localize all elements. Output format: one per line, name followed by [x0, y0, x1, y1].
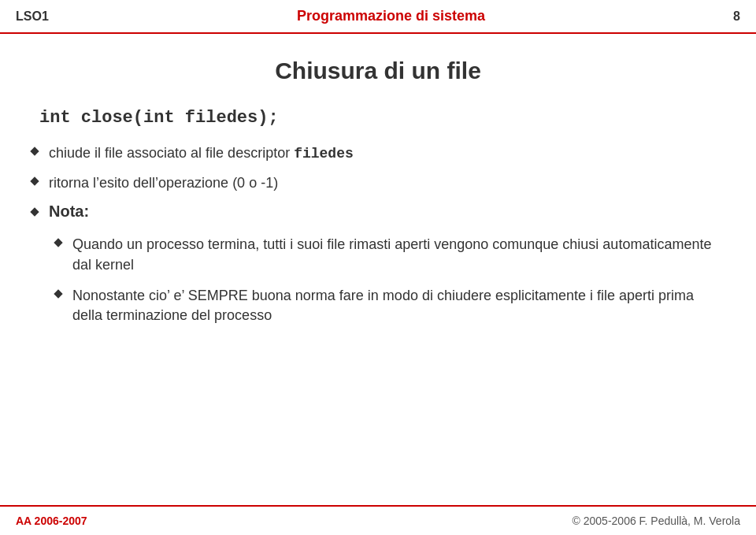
header: LSO1 Programmazione di sistema 8 — [0, 0, 756, 34]
nota-sub-diamond-icon — [54, 289, 62, 298]
code-signature: int close(int filedes); — [39, 108, 724, 128]
bullet-text-1: chiude il file associato al file descrip… — [49, 143, 724, 164]
list-item: Quando un processo termina, tutti i suoi… — [55, 235, 724, 274]
nota-bullet-text-1: Quando un processo termina, tutti i suoi… — [72, 235, 724, 274]
slide-number: 8 — [733, 9, 740, 24]
nota-section: Nota: Quando un processo termina, tutti … — [32, 202, 724, 325]
list-item: Nonostante cio’ e’ SEMPRE buona norma fa… — [55, 286, 724, 325]
header-title: Programmazione di sistema — [49, 8, 733, 24]
list-item: ritorna l’esito dell’operazione (0 o -1) — [32, 173, 724, 193]
footer-year: AA 2006-2007 — [16, 515, 87, 527]
nota-sub-diamond-icon — [54, 239, 62, 247]
nota-bullet-text-2: Nonostante cio’ e’ SEMPRE buona norma fa… — [72, 286, 724, 325]
header-course-id: LSO1 — [16, 9, 49, 24]
bullet-text-before-1: chiude il file associato al file descrip… — [49, 145, 294, 161]
nota-bullet-diamond-icon — [30, 208, 39, 217]
slide: LSO1 Programmazione di sistema 8 Chiusur… — [0, 0, 756, 535]
slide-content: Chiusura di un file int close(int filede… — [0, 34, 756, 352]
footer-copyright: © 2005-2006 F. Pedullà, M. Verola — [573, 515, 740, 527]
main-bullet-list: chiude il file associato al file descrip… — [32, 143, 724, 193]
inline-code-filedes: filedes — [294, 146, 354, 162]
footer: AA 2006-2007 © 2005-2006 F. Pedullà, M. … — [0, 505, 756, 535]
bullet-diamond-icon — [30, 177, 39, 186]
bullet-diamond-icon — [30, 147, 39, 155]
list-item: chiude il file associato al file descrip… — [32, 143, 724, 164]
bullet-text-2: ritorna l’esito dell’operazione (0 o -1) — [49, 173, 724, 193]
nota-label: Nota: — [49, 202, 89, 221]
slide-title: Chiusura di un file — [32, 58, 724, 84]
nota-bullet-list: Quando un processo termina, tutti i suoi… — [55, 235, 724, 325]
